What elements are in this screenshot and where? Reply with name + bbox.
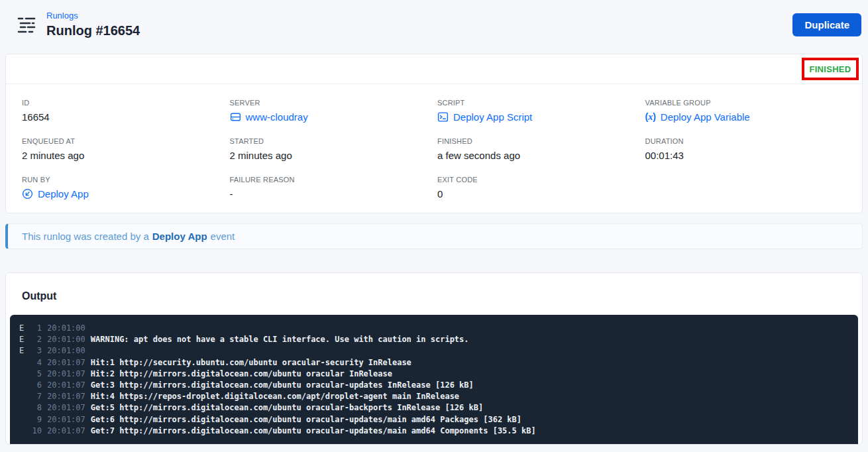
log-line: 920:01:07Get:6 http://mirrors.digitaloce… <box>10 414 858 425</box>
field-id: ID 16654 <box>22 99 223 123</box>
field-enqueued-at: ENQUEUED AT 2 minutes ago <box>22 137 223 161</box>
run-by-link[interactable]: Deploy App <box>22 188 223 199</box>
terminal-icon <box>437 111 449 123</box>
runlog-status-card: FINISHED ID 16654 SERVER <box>5 54 863 213</box>
field-failure-reason: FAILURE REASON - <box>230 176 431 199</box>
field-started: STARTED 2 minutes ago <box>230 137 431 161</box>
log-line: E220:01:00WARNING: apt does not have a s… <box>10 334 858 345</box>
field-run-by: RUN BY Deploy App <box>22 176 223 199</box>
server-link[interactable]: www-cloudray <box>230 111 431 123</box>
log-line: E120:01:00 <box>10 323 858 334</box>
output-section-title: Output <box>6 273 862 315</box>
banner-text-before: This runlog was created by a <box>22 231 149 242</box>
runlog-lines-icon <box>12 15 41 34</box>
log-line: 520:01:07Hit:2 http://mirrors.digitaloce… <box>10 368 858 380</box>
log-line: 420:01:07Hit:1 http://security.ubuntu.co… <box>10 357 858 368</box>
status-card-header: FINISHED <box>6 54 862 84</box>
field-finished: FINISHED a few seconds ago <box>437 137 639 161</box>
page-title: Runlog #16654 <box>46 22 140 39</box>
top-header: Runlogs Runlog #16654 Duplicate <box>0 0 868 49</box>
terminal-log-viewer[interactable]: E120:01:00 E220:01:00WARNING: apt does n… <box>10 315 858 445</box>
log-line: 1020:01:07Get:7 http://mirrors.digitaloc… <box>10 425 858 437</box>
field-script: SCRIPT Deploy App Script <box>437 99 639 123</box>
duplicate-button[interactable]: Duplicate <box>792 13 861 36</box>
log-line: 720:01:07Hit:4 https://repos-droplet.dig… <box>10 391 858 402</box>
field-exit-code: EXIT CODE 0 <box>437 176 639 199</box>
field-server: SERVER www-cloudray <box>230 99 431 123</box>
server-icon <box>230 111 241 123</box>
breadcrumb-runlogs[interactable]: Runlogs <box>46 10 140 22</box>
runlog-field-grid: ID 16654 SERVER www-cloudray <box>22 99 846 199</box>
status-badge: FINISHED <box>809 64 851 74</box>
variable-icon: (x) <box>645 111 656 123</box>
field-variable-group: VARIABLE GROUP (x) Deploy App Variable <box>645 99 847 123</box>
script-link[interactable]: Deploy App Script <box>437 111 639 123</box>
log-line: 820:01:07Get:5 http://mirrors.digitaloce… <box>10 402 858 414</box>
banner-deploy-app-link[interactable]: Deploy App <box>152 231 207 242</box>
output-card: Output E120:01:00 E220:01:00WARNING: apt… <box>5 272 863 445</box>
arrow-down-left-circle-icon <box>22 188 33 199</box>
log-line: 620:01:07Get:3 http://mirrors.digitaloce… <box>10 380 858 391</box>
field-duration: DURATION 00:01:43 <box>645 137 847 161</box>
red-annotation-box: FINISHED <box>802 58 859 80</box>
event-info-banner: This runlog was created by a Deploy App … <box>5 223 863 249</box>
log-line: E320:01:00 <box>10 345 858 357</box>
banner-text-after: event <box>211 231 235 242</box>
variable-group-link[interactable]: (x) Deploy App Variable <box>645 111 847 123</box>
